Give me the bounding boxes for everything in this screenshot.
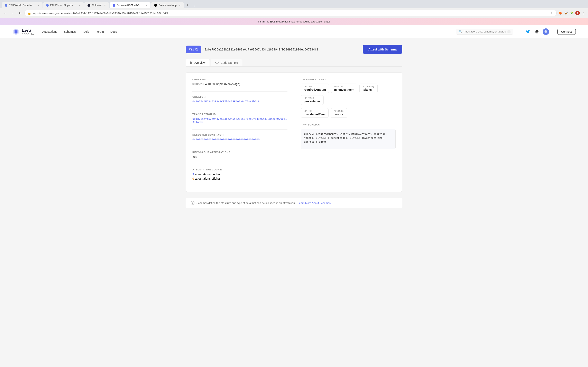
tag-name-0: requiredAmount xyxy=(304,88,326,91)
creator-section: CREATOR: 0x29574AE32a52E2c2Cf7b447EEA09a… xyxy=(192,96,287,103)
raw-schema-box: uint256 requiredAmount, uint256 minInves… xyxy=(301,129,396,149)
toolbar-icons: 🦊 🦋 🧩 T ⋮ xyxy=(558,11,586,15)
offchain-label: attestations offchain xyxy=(195,177,222,180)
overview-tab-label: Overview xyxy=(193,61,205,64)
decoded-schema-tags: UINT256 requiredAmount UINT256 minInvest… xyxy=(301,83,396,105)
browser-extension-bird[interactable]: 🦋 xyxy=(564,11,568,15)
github-icon[interactable] xyxy=(534,28,540,35)
reload-button[interactable]: ↻ xyxy=(17,10,23,16)
nav-docs[interactable]: Docs xyxy=(110,30,117,33)
user-avatar[interactable]: T xyxy=(575,11,580,15)
search-bar[interactable]: 🔍 / xyxy=(456,29,513,35)
raw-schema-section: RAW SCHEMA: uint256 requiredAmount, uint… xyxy=(301,123,396,149)
tab5-close[interactable]: × xyxy=(179,4,181,7)
schema-detail-panel: CREATED: 08/05/2024 10:58:12 pm (6 days … xyxy=(186,72,402,192)
browser-tab-3[interactable]: CoInvest × xyxy=(84,2,109,8)
browser-extension-puzzle[interactable]: 🧩 xyxy=(570,11,574,15)
lock-icon: 🔒 xyxy=(28,11,31,15)
nav-forum[interactable]: Forum xyxy=(95,30,104,33)
eas-metamask-banner: Install the EAS MetaMask snap for decodi… xyxy=(0,18,588,25)
tab3-title: CoInvest xyxy=(92,4,102,7)
tab3-close[interactable]: × xyxy=(104,4,106,7)
attest-with-schema-button[interactable]: Attest with Schema xyxy=(363,45,402,54)
tag-minInvestment: UINT256 minInvestment xyxy=(331,83,357,93)
search-input[interactable] xyxy=(464,30,506,33)
tag-type-3: UINT256[] xyxy=(304,97,320,99)
tab-overflow-button[interactable]: ⌄ xyxy=(191,2,198,8)
onchain-count-row: 3 attestations onchain xyxy=(192,173,287,176)
tab2-favicon xyxy=(46,4,49,7)
eas-logo-icon xyxy=(12,28,20,35)
divider-3 xyxy=(192,129,287,130)
tab1-favicon xyxy=(5,4,7,7)
decoded-schema-label: DECODED SCHEMA: xyxy=(301,78,396,81)
browser-tab-1[interactable]: ETHGlobal | Superhack 2024 × xyxy=(2,2,42,8)
code-tab-icon: </> xyxy=(215,61,219,64)
tab2-close[interactable]: × xyxy=(79,4,81,7)
tab4-close[interactable]: × xyxy=(145,4,147,7)
footer-info-bar: i Schemas define the structure and type … xyxy=(186,198,402,208)
nav-attestations[interactable]: Attestations xyxy=(42,30,57,33)
resolver-link[interactable]: 0x00000000000000000000000000000000000000… xyxy=(192,138,260,141)
star-icon[interactable]: ☆ xyxy=(549,11,554,15)
onchain-label: attestations onchain xyxy=(195,173,222,176)
onchain-count: 3 xyxy=(192,173,194,176)
new-tab-button[interactable]: + xyxy=(185,2,191,8)
tag-type-4: UINT256 xyxy=(304,110,326,112)
revocable-label: REVOCABLE ATTESTATIONS: xyxy=(192,151,287,153)
info-icon: i xyxy=(191,201,194,205)
txid-link[interactable]: 0x1d71afff52d94d2f50aee24554201a071cd8f6… xyxy=(192,117,287,124)
txid-label: TRANSACTION ID: xyxy=(192,113,287,116)
tab5-favicon xyxy=(154,4,157,7)
browser-menu-button[interactable]: ⋮ xyxy=(581,11,586,15)
revocable-section: REVOCABLE ATTESTATIONS: Yes xyxy=(192,151,287,158)
divider-2 xyxy=(192,109,287,109)
divider-5 xyxy=(192,164,287,164)
logo[interactable]: EAS SEPOLIA xyxy=(12,28,34,35)
tab4-title: Schema #2371 - 0x0e79...13 xyxy=(117,4,143,7)
decoded-schema-tags-row2: UINT256 investmentTime ADDRESS creator xyxy=(301,108,396,118)
tab5-title: Create Next App xyxy=(159,4,177,7)
resolver-section: RESOLVER CONTRACT: 0x0000000000000000000… xyxy=(192,134,287,141)
attestation-count-section: ATTESTATION COUNT: 3 attestations onchai… xyxy=(192,168,287,180)
creator-link[interactable]: 0x29574AE32a52E2c2Cf7b447EEA09a9c77eA2b2… xyxy=(192,100,260,103)
creator-label: CREATOR: xyxy=(192,96,287,98)
created-label: CREATED: xyxy=(192,78,287,81)
browser-tab-2[interactable]: ETHGlobal | Superhack 2024 × xyxy=(43,2,84,8)
main-nav: Attestations Schemas Tools Forum Docs xyxy=(42,30,117,33)
tag-investmentTime: UINT256 investmentTime xyxy=(301,108,328,118)
tag-name-3: percentages xyxy=(304,100,320,103)
forward-button[interactable]: → xyxy=(10,10,16,16)
connect-button[interactable]: Connect xyxy=(557,29,576,35)
browser-tab-4[interactable]: Schema #2371 - 0x0e79...13 × xyxy=(109,2,151,8)
tag-type-0: UINT256 xyxy=(304,85,326,88)
tab-overview[interactable]: {} Overview xyxy=(186,59,210,67)
divider-4 xyxy=(192,147,287,147)
offchain-count: 0 xyxy=(192,177,194,180)
tag-requiredAmount: UINT256 requiredAmount xyxy=(301,83,329,93)
divider-1 xyxy=(192,91,287,92)
footer-learn-more-link[interactable]: Learn More About Schemas. xyxy=(298,201,331,205)
schema-hash: 0x0e7956e112b1921e2468a0d7a63507c93fc281… xyxy=(205,48,318,51)
app-header: EAS SEPOLIA Attestations Schemas Tools F… xyxy=(0,25,588,38)
tag-name-5: creator xyxy=(334,113,344,116)
search-icon: 🔍 xyxy=(459,30,462,33)
twitter-icon[interactable] xyxy=(525,28,531,35)
banner-text: Install the EAS MetaMask snap for decodi… xyxy=(258,20,330,23)
tab4-favicon xyxy=(113,4,115,7)
created-section: CREATED: 08/05/2024 10:58:12 pm (6 days … xyxy=(192,78,287,86)
ethereum-icon[interactable] xyxy=(543,28,549,35)
tab1-close[interactable]: × xyxy=(38,4,39,7)
schema-left-col: CREATED: 08/05/2024 10:58:12 pm (6 days … xyxy=(186,73,294,192)
back-button[interactable]: ← xyxy=(2,10,8,16)
browser-extension-fox[interactable]: 🦊 xyxy=(558,11,562,15)
browser-tab-5[interactable]: Create Next App × xyxy=(151,2,184,8)
address-bar[interactable]: 🔒 sepolia.easscan.org/schema/view/0x0e79… xyxy=(25,10,556,16)
offchain-count-row: 0 attestations offchain xyxy=(192,177,287,180)
nav-tools[interactable]: Tools xyxy=(82,30,89,33)
tag-type-5: ADDRESS xyxy=(334,110,344,112)
attestation-count-label: ATTESTATION COUNT: xyxy=(192,168,287,171)
tab-code-sample[interactable]: </> Code Sample xyxy=(210,59,242,67)
nav-schemas[interactable]: Schemas xyxy=(64,30,76,33)
tag-percentages: UINT256[] percentages xyxy=(301,95,324,105)
